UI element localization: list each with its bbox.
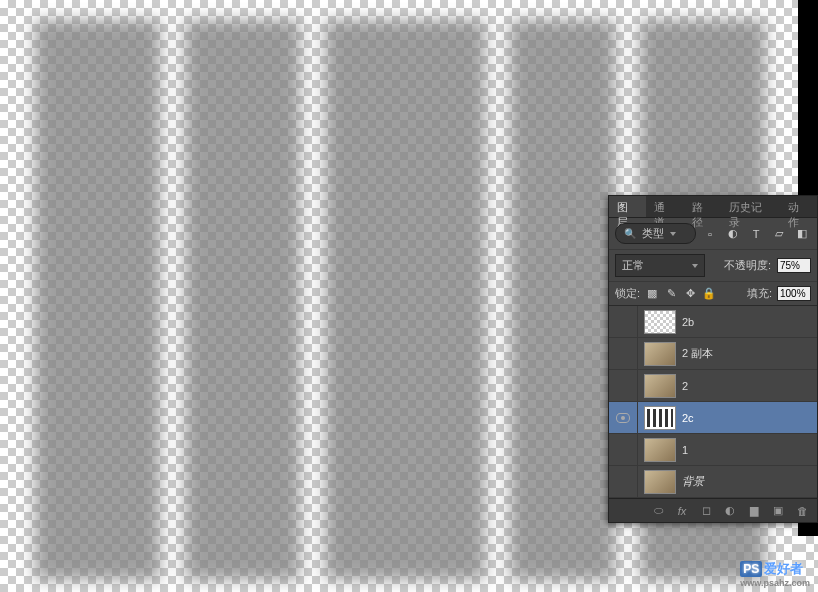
filter-pixel-icon[interactable]: ▫ [701, 225, 719, 243]
layer-row[interactable]: 2c [609, 402, 817, 434]
lock-position-icon[interactable]: ✥ [683, 287, 697, 301]
lock-label: 锁定: [615, 286, 640, 301]
watermark-logo: PS [740, 561, 762, 577]
mask-icon[interactable]: ◻ [699, 504, 713, 518]
content-bar-1 [35, 20, 160, 580]
tab-actions[interactable]: 动作 [780, 196, 817, 217]
content-bar-2 [185, 20, 300, 580]
blend-mode-select[interactable]: 正常 [615, 254, 705, 277]
tab-channels[interactable]: 通道 [646, 196, 683, 217]
layer-row[interactable]: 背景 [609, 466, 817, 498]
layer-thumbnail[interactable] [644, 374, 676, 398]
layer-row[interactable]: 2b [609, 306, 817, 338]
filter-smart-icon[interactable]: ◧ [793, 225, 811, 243]
layer-name: 2 副本 [682, 346, 713, 361]
tab-layers[interactable]: 图层 [609, 196, 646, 217]
opacity-input[interactable]: 75% [777, 258, 811, 273]
layer-name: 2b [682, 316, 694, 328]
search-icon: 🔍 [624, 228, 636, 239]
watermark-text: 爱好者 [764, 561, 803, 576]
fill-input[interactable]: 100% [777, 286, 811, 301]
blend-row: 正常 不透明度: 75% [609, 250, 817, 282]
visibility-toggle[interactable] [609, 413, 637, 423]
filter-adjustment-icon[interactable]: ◐ [724, 225, 742, 243]
watermark-url: www.psahz.com [740, 578, 810, 588]
content-bar-4 [510, 20, 615, 580]
tab-history[interactable]: 历史记录 [721, 196, 780, 217]
tab-paths[interactable]: 路径 [684, 196, 721, 217]
filter-shape-icon[interactable]: ▱ [770, 225, 788, 243]
layer-thumbnail[interactable] [644, 342, 676, 366]
filter-row: 🔍 类型 ▫ ◐ T ▱ ◧ [609, 218, 817, 250]
fx-icon[interactable]: fx [675, 504, 689, 518]
panel-footer: ⬭ fx ◻ ◐ ▆ ▣ 🗑 [609, 498, 817, 522]
filter-type-icon[interactable]: T [747, 225, 765, 243]
filter-kind-select[interactable]: 🔍 类型 [615, 223, 696, 244]
group-icon[interactable]: ▆ [747, 504, 761, 518]
eye-icon [616, 413, 630, 423]
delete-icon[interactable]: 🗑 [795, 504, 809, 518]
content-bar-3 [325, 20, 485, 580]
layer-thumbnail[interactable] [644, 310, 676, 334]
filter-kind-label: 类型 [642, 226, 664, 241]
chevron-down-icon [670, 232, 676, 236]
watermark: PS爱好者 www.psahz.com [740, 560, 810, 588]
layer-row[interactable]: 1 [609, 434, 817, 466]
layer-name: 1 [682, 444, 688, 456]
layer-list: 2b 2 副本 2 2c 1 [609, 306, 817, 498]
layer-row[interactable]: 2 副本 [609, 338, 817, 370]
adjustment-icon[interactable]: ◐ [723, 504, 737, 518]
layer-name: 2c [682, 412, 694, 424]
lock-row: 锁定: ▩ ✎ ✥ 🔒 填充: 100% [609, 282, 817, 306]
layer-row[interactable]: 2 [609, 370, 817, 402]
layer-thumbnail[interactable] [644, 470, 676, 494]
blend-mode-value: 正常 [622, 258, 644, 273]
lock-transparency-icon[interactable]: ▩ [645, 287, 659, 301]
new-layer-icon[interactable]: ▣ [771, 504, 785, 518]
lock-paint-icon[interactable]: ✎ [664, 287, 678, 301]
chevron-down-icon [692, 264, 698, 268]
lock-all-icon[interactable]: 🔒 [702, 287, 716, 301]
layer-name: 2 [682, 380, 688, 392]
link-layers-icon[interactable]: ⬭ [651, 504, 665, 518]
fill-label: 填充: [747, 286, 772, 301]
layers-panel: 图层 通道 路径 历史记录 动作 🔍 类型 ▫ ◐ T ▱ ◧ 正常 不透明度:… [608, 195, 818, 523]
layer-thumbnail[interactable] [644, 406, 676, 430]
layer-thumbnail[interactable] [644, 438, 676, 462]
layer-name: 背景 [682, 474, 704, 489]
panel-tabs: 图层 通道 路径 历史记录 动作 [609, 196, 817, 218]
opacity-label: 不透明度: [724, 258, 771, 273]
